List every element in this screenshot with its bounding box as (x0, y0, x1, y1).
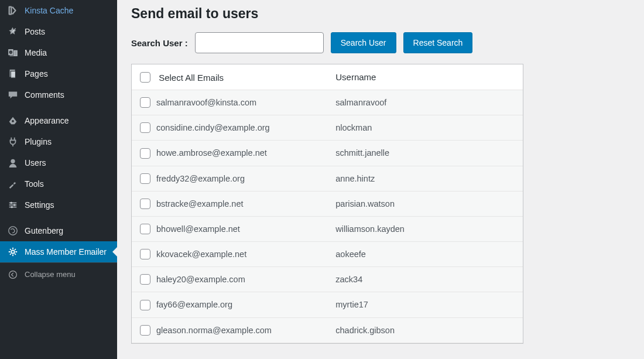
sidebar-item-media[interactable]: Media (0, 42, 117, 63)
sidebar-item-label: Settings (25, 200, 110, 210)
search-input[interactable] (195, 32, 324, 53)
row-checkbox[interactable] (140, 224, 150, 234)
sidebar-item-label: Kinsta Cache (25, 5, 110, 16)
email-text: considine.cindy@example.org (156, 123, 270, 132)
sidebar-separator (0, 216, 117, 220)
sidebar-item-appearance[interactable]: Appearance (0, 110, 117, 131)
search-label: Search User : (131, 38, 188, 48)
pin-icon (7, 26, 19, 37)
kinsta-icon (7, 5, 19, 16)
row-checkbox[interactable] (140, 148, 150, 159)
row-checkbox[interactable] (140, 249, 150, 259)
media-icon (7, 47, 19, 59)
table-row: salmanravoof@kinsta.comsalmanravoof (132, 90, 523, 115)
sidebar-item-label: Appearance (25, 115, 110, 126)
sidebar-item-plugins[interactable]: Plugins (0, 131, 117, 152)
row-checkbox[interactable] (140, 274, 150, 285)
comments-icon (7, 89, 19, 101)
search-user-button[interactable]: Search User (331, 32, 396, 53)
email-text: bstracke@example.net (156, 199, 244, 208)
row-checkbox[interactable] (140, 173, 150, 184)
sidebar-item-label: Tools (25, 179, 110, 189)
table-row: haley20@example.comzack34 (132, 267, 523, 292)
email-text: howe.ambrose@example.net (156, 149, 267, 158)
sidebar-item-label: Posts (25, 26, 110, 37)
sidebar-item-kinsta-cache[interactable]: Kinsta Cache (0, 0, 117, 21)
email-cell: kkovacek@example.net (132, 242, 327, 267)
gutenberg-icon (7, 225, 19, 237)
username-cell: zack34 (327, 267, 523, 292)
sidebar-item-label: Users (25, 158, 110, 168)
page-title: Send email to users (131, 6, 630, 22)
row-checkbox[interactable] (140, 325, 150, 336)
sidebar-item-pages[interactable]: Pages (0, 63, 117, 84)
email-cell: bstracke@example.net (132, 192, 327, 217)
username-cell: myrtie17 (327, 292, 523, 317)
sidebar-item-tools[interactable]: Tools (0, 173, 117, 194)
email-cell: howe.ambrose@example.net (132, 141, 327, 166)
email-text: haley20@example.com (156, 275, 245, 284)
table-row: kkovacek@example.netaokeefe (132, 242, 523, 267)
sidebar-item-posts[interactable]: Posts (0, 21, 117, 42)
sidebar-item-comments[interactable]: Comments (0, 84, 117, 105)
email-text: bhowell@example.net (156, 224, 240, 234)
row-checkbox[interactable] (140, 199, 150, 209)
row-checkbox[interactable] (140, 122, 150, 133)
username-cell: salmanravoof (327, 90, 523, 115)
gear-icon (7, 246, 19, 258)
sidebar-item-label: Comments (25, 90, 110, 100)
settings-icon (7, 199, 19, 211)
email-text: freddy32@example.org (156, 174, 245, 183)
email-cell: freddy32@example.org (132, 166, 327, 192)
email-cell: gleason.norma@example.com (132, 318, 327, 343)
collapse-label: Collapse menu (25, 270, 110, 280)
table-row: gleason.norma@example.comchadrick.gibson (132, 318, 523, 343)
table-row: fay66@example.orgmyrtie17 (132, 292, 523, 317)
collapse-menu[interactable]: Collapse menu (0, 262, 117, 286)
reset-search-button[interactable]: Reset Search (403, 32, 473, 53)
sidebar-separator (0, 105, 117, 110)
email-text: kkovacek@example.net (156, 249, 246, 259)
email-cell: haley20@example.com (132, 267, 327, 292)
username-cell: aokeefe (327, 242, 523, 267)
email-cell: salmanravoof@kinsta.com (132, 90, 327, 115)
header-select-all-label: Select All Emails (159, 73, 224, 83)
search-row: Search User : Search User Reset Search (131, 32, 630, 53)
username-cell: parisian.watson (327, 192, 523, 217)
table-row: considine.cindy@example.orgnlockman (132, 115, 523, 141)
select-all-checkbox[interactable] (140, 72, 150, 83)
username-cell: anne.hintz (327, 166, 523, 192)
sidebar-item-label: Media (25, 47, 110, 58)
row-checkbox[interactable] (140, 97, 150, 108)
row-checkbox[interactable] (140, 300, 150, 310)
sidebar-item-label: Pages (25, 69, 110, 79)
header-username: Username (327, 64, 523, 90)
email-text: salmanravoof@kinsta.com (156, 98, 256, 107)
plugins-icon (7, 136, 19, 148)
sidebar-item-label: Mass Member Emailer (25, 247, 110, 257)
email-text: fay66@example.org (156, 300, 232, 310)
sidebar-item-mass-member-emailer[interactable]: Mass Member Emailer (0, 241, 117, 262)
appearance-icon (7, 115, 19, 126)
pages-icon (7, 68, 19, 80)
email-cell: bhowell@example.net (132, 217, 327, 242)
sidebar-item-label: Plugins (25, 136, 110, 147)
table-row: freddy32@example.organne.hintz (132, 166, 523, 192)
tools-icon (7, 178, 19, 190)
sidebar-item-users[interactable]: Users (0, 152, 117, 173)
table-row: howe.ambrose@example.netschmitt.janelle (132, 141, 523, 166)
sidebar-item-gutenberg[interactable]: Gutenberg (0, 220, 117, 241)
email-text: gleason.norma@example.com (156, 326, 272, 335)
main-content: Send email to users Search User : Search… (117, 0, 644, 359)
admin-sidebar: Kinsta CachePostsMediaPagesCommentsAppea… (0, 0, 117, 359)
email-cell: fay66@example.org (132, 292, 327, 317)
username-cell: schmitt.janelle (327, 141, 523, 166)
sidebar-item-settings[interactable]: Settings (0, 194, 117, 216)
table-header-row: Select All Emails Username (132, 64, 523, 90)
table-row: bstracke@example.netparisian.watson (132, 192, 523, 217)
username-cell: williamson.kayden (327, 217, 523, 242)
sidebar-item-label: Gutenberg (25, 225, 110, 236)
email-cell: considine.cindy@example.org (132, 115, 327, 141)
svg-point-0 (9, 271, 17, 279)
username-cell: chadrick.gibson (327, 318, 523, 343)
